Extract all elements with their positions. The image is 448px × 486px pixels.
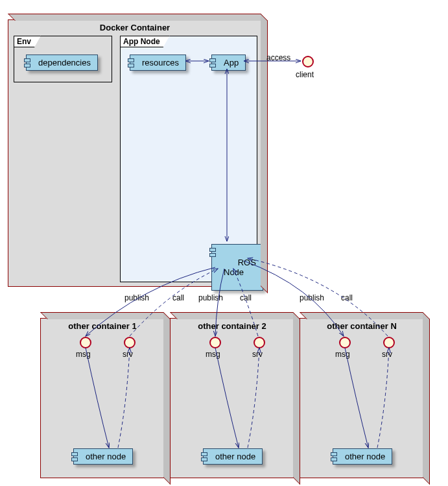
msg-label-n: msg	[335, 350, 350, 359]
other-container-1-title: other container 1	[41, 319, 164, 334]
other-node-component-n: other node	[333, 448, 392, 465]
other-node-label-2: other node	[215, 452, 255, 461]
srv-interface-2	[253, 337, 265, 348]
publish-label-1: publish	[124, 293, 149, 302]
call-label-n: call	[341, 293, 353, 302]
resources-component: resources	[130, 55, 186, 71]
srv-interface-n	[383, 337, 395, 348]
ros-node-component: ROS Node	[211, 244, 263, 291]
msg-label-2: msg	[206, 350, 220, 359]
srv-interface-1	[124, 337, 136, 348]
docker-container-node: Docker Container Env dependencies App No…	[8, 19, 262, 287]
msg-interface-2	[209, 337, 221, 348]
srv-label-1: srv	[123, 350, 133, 359]
other-container-2-node: other container 2 msg srv other node	[170, 318, 294, 478]
call-label-1: call	[172, 293, 184, 302]
app-node-frame-tab: App Node	[120, 36, 170, 47]
other-node-component-2: other node	[203, 448, 263, 465]
msg-interface-1	[80, 337, 91, 348]
app-node-frame: App Node resources App ROS Node	[120, 36, 257, 282]
other-node-label-1: other node	[86, 452, 126, 461]
other-container-n-node: other container N msg srv other node	[300, 318, 424, 478]
other-node-component-1: other node	[73, 448, 133, 465]
app-label: App	[224, 58, 239, 67]
other-node-label-n: other node	[345, 452, 385, 461]
dependencies-label: dependencies	[38, 58, 91, 67]
env-frame-tab: Env	[14, 36, 41, 47]
app-component: App	[211, 55, 246, 71]
client-interface	[302, 56, 314, 67]
call-label-2: call	[240, 293, 252, 302]
ros-node-label: ROS Node	[224, 258, 256, 278]
other-container-n-title: other container N	[300, 319, 423, 334]
msg-label-1: msg	[76, 350, 91, 359]
publish-label-2: publish	[198, 293, 223, 302]
srv-label-2: srv	[252, 350, 263, 359]
dependencies-component: dependencies	[26, 55, 98, 71]
publish-label-n: publish	[300, 293, 324, 302]
client-label: client	[296, 70, 314, 79]
other-container-1-node: other container 1 msg srv other node	[40, 318, 165, 478]
access-label: access	[266, 53, 290, 62]
srv-label-n: srv	[382, 350, 392, 359]
env-frame: Env dependencies	[14, 36, 112, 82]
resources-label: resources	[142, 58, 179, 67]
msg-interface-n	[339, 337, 351, 348]
other-container-2-title: other container 2	[171, 319, 294, 334]
docker-container-title: Docker Container	[8, 20, 261, 35]
